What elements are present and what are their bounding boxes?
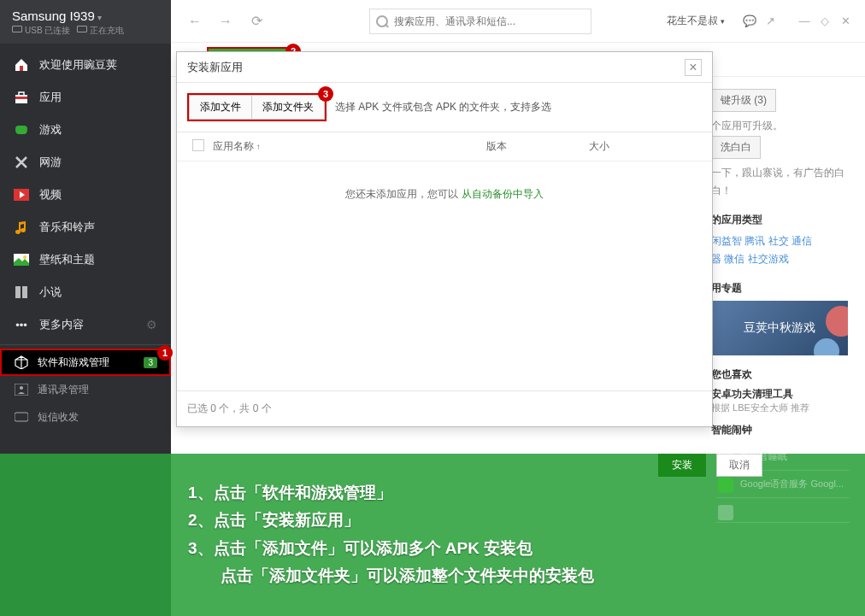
install-modal: 安装新应用 × 添加文件 添加文件夹 3 选择 APK 文件或包含 APK 的文… <box>176 51 713 427</box>
nav-wallpaper[interactable]: 壁纸和主题 <box>0 243 171 276</box>
add-folder-button[interactable]: 添加文件夹 <box>251 95 325 120</box>
clean-button[interactable]: 洗白白 <box>711 136 761 159</box>
file-hint: 选择 APK 文件或包含 APK 的文件夹，支持多选 <box>335 100 551 114</box>
empty-message: 您还未添加应用，您可以 从自动备份中导入 <box>177 161 712 227</box>
tutorial-overlay: 安装 取消 1、点击「软件和游戏管理」 2、点击「安装新应用」 3、点击「添加文… <box>0 454 865 616</box>
upgrade-text: 个应用可升级。 <box>711 117 848 136</box>
rec-item-2[interactable]: 智能闹钟 <box>711 423 848 437</box>
svg-rect-0 <box>20 66 23 71</box>
mgmt-label: 通讯录管理 <box>38 383 89 397</box>
device-header: Samsung I939 USB 已连接 正在充电 <box>0 0 171 44</box>
nav-label: 网游 <box>39 155 62 170</box>
section-recommend: 您也喜欢 <box>711 367 848 382</box>
nav-games[interactable]: 游戏 <box>0 114 171 146</box>
user-menu[interactable]: 花生不是叔 <box>667 14 725 28</box>
music-icon <box>14 220 29 235</box>
topic-banner[interactable]: 豆荚中秋游戏 <box>711 301 848 355</box>
modal-close-button[interactable]: × <box>685 59 702 76</box>
gamepad-icon <box>14 122 29 138</box>
nav-label: 音乐和铃声 <box>39 220 95 235</box>
cube-icon <box>14 355 29 370</box>
rec-item-1[interactable]: 安卓功夫清理工具 <box>711 387 848 402</box>
overlay-list-item: Google语音服务 Googl... <box>716 471 850 498</box>
svg-point-6 <box>23 255 26 259</box>
search-input[interactable] <box>369 9 591 34</box>
col-version[interactable]: 版本 <box>486 139 589 154</box>
clean-text: 一下，跟山寨说，有广告的白白！ <box>711 164 848 201</box>
col-size[interactable]: 大小 <box>589 139 697 154</box>
table-select-all[interactable] <box>192 139 204 151</box>
nav-label: 小说 <box>39 285 62 300</box>
svg-rect-11 <box>15 413 28 421</box>
forward-button[interactable]: → <box>214 9 238 33</box>
svg-rect-3 <box>15 97 27 99</box>
overlay-list-item: 白噪音睡眠 <box>716 443 850 471</box>
close-app-button[interactable]: ✕ <box>838 15 853 27</box>
tutorial-line-3: 3、点击「添加文件」可以添加多个 APK 安装包 <box>188 535 853 562</box>
section-topics: 用专题 <box>711 281 848 296</box>
nav-welcome[interactable]: 欢迎使用豌豆荚 <box>0 49 171 81</box>
overlay-install-button[interactable]: 安装 <box>658 454 706 477</box>
nav-label: 更多内容 <box>39 317 84 332</box>
nav-label: 游戏 <box>39 122 62 138</box>
upgrade-all-button[interactable]: 键升级 (3) <box>711 89 776 112</box>
overlay-list-item <box>716 498 850 523</box>
usb-status: USB 已连接 <box>12 25 70 37</box>
nav-label: 壁纸和主题 <box>39 252 95 267</box>
callout-1: 1 <box>157 345 173 361</box>
nav-more[interactable]: ••• 更多内容 ⚙ <box>0 308 171 341</box>
import-backup-link[interactable]: 从自动备份中导入 <box>462 188 544 200</box>
comment-icon[interactable]: 💬 <box>742 15 757 27</box>
mgmt-label: 软件和游戏管理 <box>38 355 109 370</box>
app-tags-2[interactable]: 器 微信 社交游戏 <box>711 250 848 269</box>
gear-icon[interactable]: ⚙ <box>146 318 157 331</box>
nav-apps[interactable]: 应用 <box>0 81 171 114</box>
swords-icon <box>14 155 29 170</box>
section-app-types: 的应用类型 <box>711 213 848 227</box>
nav-music[interactable]: 音乐和铃声 <box>0 211 171 243</box>
nav-video[interactable]: 视频 <box>0 179 171 211</box>
file-buttons-highlight: 添加文件 添加文件夹 3 <box>187 93 327 121</box>
sms-icon <box>14 409 29 425</box>
share-icon[interactable]: ↗ <box>762 15 778 27</box>
sidebar-item-contacts[interactable]: 通讯录管理 <box>0 376 171 403</box>
play-icon <box>14 187 29 202</box>
sidebar-item-app-mgmt[interactable]: 软件和游戏管理 3 1 <box>0 349 171 376</box>
nav-label: 欢迎使用豌豆荚 <box>39 57 117 73</box>
tutorial-line-4: 点击「添加文件夹」可以添加整个文件夹中的安装包 <box>188 562 853 590</box>
svg-point-10 <box>20 386 23 390</box>
search-wrap <box>369 9 591 34</box>
nav-label: 应用 <box>39 90 62 105</box>
app-count-badge: 3 <box>144 357 157 368</box>
more-icon: ••• <box>14 317 29 332</box>
svg-rect-8 <box>22 286 27 298</box>
nav-online-games[interactable]: 网游 <box>0 146 171 179</box>
back-button[interactable]: ← <box>183 9 207 33</box>
app-tags[interactable]: 闲益智 腾讯 社交 通信 <box>711 232 848 251</box>
callout-3: 3 <box>318 86 333 102</box>
book-icon <box>14 285 29 300</box>
charging-status: 正在充电 <box>77 25 124 37</box>
overlay-app-list: 白噪音睡眠 Google语音服务 Googl... <box>716 443 850 523</box>
device-name[interactable]: Samsung I939 <box>12 9 159 23</box>
refresh-button[interactable]: ⟳ <box>244 9 268 33</box>
minimize-button[interactable]: ― <box>797 15 812 27</box>
mgmt-label: 短信收发 <box>38 410 79 425</box>
modal-title: 安装新应用 <box>187 60 243 75</box>
home-icon <box>14 57 29 73</box>
add-file-button[interactable]: 添加文件 <box>189 95 251 120</box>
contacts-icon <box>14 382 29 397</box>
nav-label: 视频 <box>39 187 62 202</box>
maximize-button[interactable]: ◇ <box>817 15 833 27</box>
bag-icon <box>14 90 29 105</box>
topbar: ← → ⟳ 花生不是叔 💬 ↗ ― ◇ ✕ <box>171 0 865 43</box>
selection-count: 已选 0 个，共 0 个 <box>177 390 712 426</box>
nav-novel[interactable]: 小说 <box>0 276 171 308</box>
svg-rect-2 <box>19 92 24 96</box>
sidebar-item-sms[interactable]: 短信收发 <box>0 403 171 431</box>
col-name[interactable]: 应用名称 <box>213 139 486 154</box>
image-icon <box>14 252 29 267</box>
rec-item-1-sub: 根据 LBE安全大师 推荐 <box>711 402 848 414</box>
svg-rect-7 <box>15 286 21 298</box>
